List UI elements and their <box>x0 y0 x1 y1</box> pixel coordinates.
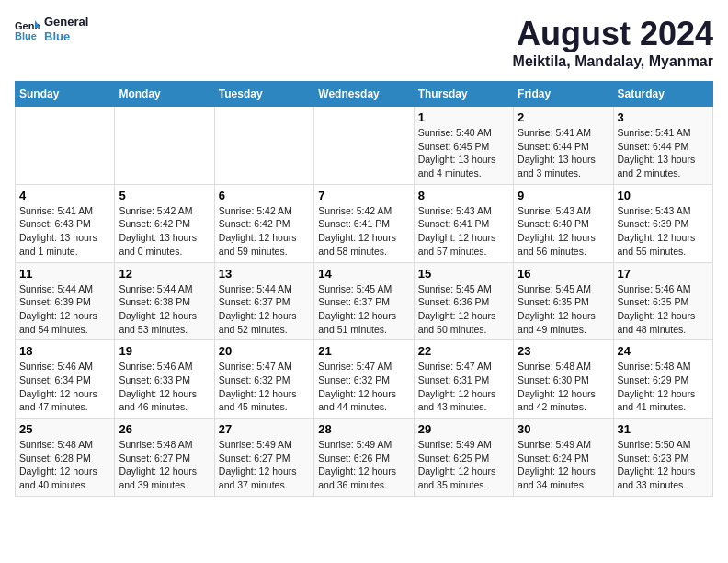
day-number: 12 <box>119 267 210 281</box>
day-number: 9 <box>518 189 609 202</box>
day-number: 11 <box>19 267 110 281</box>
calendar-cell: 27Sunrise: 5:49 AM Sunset: 6:27 PM Dayli… <box>214 419 313 497</box>
calendar-cell: 6Sunrise: 5:42 AM Sunset: 6:42 PM Daylig… <box>214 184 313 262</box>
day-info: Sunrise: 5:46 AM Sunset: 6:34 PM Dayligh… <box>19 360 110 414</box>
day-info: Sunrise: 5:43 AM Sunset: 6:39 PM Dayligh… <box>618 204 709 259</box>
logo: General Blue General Blue <box>15 15 88 43</box>
day-info: Sunrise: 5:40 AM Sunset: 6:45 PM Dayligh… <box>418 126 509 180</box>
calendar-cell: 15Sunrise: 5:45 AM Sunset: 6:36 PM Dayli… <box>414 262 513 340</box>
day-info: Sunrise: 5:48 AM Sunset: 6:28 PM Dayligh… <box>19 438 110 492</box>
week-row-1: 4Sunrise: 5:41 AM Sunset: 6:43 PM Daylig… <box>16 184 713 262</box>
calendar-subtitle: Meiktila, Mandalay, Myanmar <box>513 53 713 70</box>
calendar-header: SundayMondayTuesdayWednesdayThursdayFrid… <box>16 82 713 107</box>
day-info: Sunrise: 5:49 AM Sunset: 6:25 PM Dayligh… <box>418 438 509 492</box>
day-number: 14 <box>318 267 409 281</box>
title-area: August 2024 Meiktila, Mandalay, Myanmar <box>513 15 713 70</box>
week-row-2: 11Sunrise: 5:44 AM Sunset: 6:39 PM Dayli… <box>16 262 713 340</box>
calendar-cell: 4Sunrise: 5:41 AM Sunset: 6:43 PM Daylig… <box>16 184 115 262</box>
calendar-cell: 26Sunrise: 5:48 AM Sunset: 6:27 PM Dayli… <box>115 419 214 497</box>
calendar-cell: 12Sunrise: 5:44 AM Sunset: 6:38 PM Dayli… <box>115 262 214 340</box>
calendar-cell <box>16 107 115 185</box>
day-number: 31 <box>618 422 709 436</box>
calendar-cell: 13Sunrise: 5:44 AM Sunset: 6:37 PM Dayli… <box>214 262 313 340</box>
day-number: 17 <box>618 267 709 281</box>
calendar-cell: 10Sunrise: 5:43 AM Sunset: 6:39 PM Dayli… <box>613 184 712 262</box>
calendar-table: SundayMondayTuesdayWednesdayThursdayFrid… <box>15 81 713 497</box>
day-number: 5 <box>119 189 210 202</box>
day-info: Sunrise: 5:48 AM Sunset: 6:29 PM Dayligh… <box>618 360 709 414</box>
day-info: Sunrise: 5:41 AM Sunset: 6:43 PM Dayligh… <box>19 204 110 259</box>
day-info: Sunrise: 5:47 AM Sunset: 6:32 PM Dayligh… <box>219 360 310 414</box>
week-row-0: 1Sunrise: 5:40 AM Sunset: 6:45 PM Daylig… <box>16 107 713 185</box>
calendar-cell: 14Sunrise: 5:45 AM Sunset: 6:37 PM Dayli… <box>314 262 414 340</box>
day-info: Sunrise: 5:43 AM Sunset: 6:40 PM Dayligh… <box>518 204 609 259</box>
calendar-cell: 20Sunrise: 5:47 AM Sunset: 6:32 PM Dayli… <box>214 340 313 419</box>
day-number: 22 <box>418 344 509 358</box>
day-info: Sunrise: 5:44 AM Sunset: 6:38 PM Dayligh… <box>119 282 210 337</box>
day-number: 3 <box>618 110 709 124</box>
header: General Blue General Blue August 2024 Me… <box>15 15 713 70</box>
calendar-cell: 3Sunrise: 5:41 AM Sunset: 6:44 PM Daylig… <box>613 107 712 185</box>
calendar-cell: 2Sunrise: 5:41 AM Sunset: 6:44 PM Daylig… <box>514 107 613 185</box>
week-row-4: 25Sunrise: 5:48 AM Sunset: 6:28 PM Dayli… <box>16 419 713 497</box>
calendar-cell: 29Sunrise: 5:49 AM Sunset: 6:25 PM Dayli… <box>414 419 513 497</box>
calendar-cell: 11Sunrise: 5:44 AM Sunset: 6:39 PM Dayli… <box>16 262 115 340</box>
day-number: 27 <box>219 422 310 436</box>
day-number: 25 <box>19 422 110 436</box>
day-info: Sunrise: 5:49 AM Sunset: 6:27 PM Dayligh… <box>219 438 310 492</box>
header-sunday: Sunday <box>16 82 115 107</box>
day-number: 21 <box>318 344 409 358</box>
day-info: Sunrise: 5:48 AM Sunset: 6:27 PM Dayligh… <box>119 438 210 492</box>
logo-icon: General Blue <box>15 18 40 40</box>
header-friday: Friday <box>514 82 613 107</box>
day-number: 26 <box>119 422 210 436</box>
day-info: Sunrise: 5:41 AM Sunset: 6:44 PM Dayligh… <box>618 126 709 180</box>
day-number: 10 <box>618 189 709 202</box>
calendar-cell: 18Sunrise: 5:46 AM Sunset: 6:34 PM Dayli… <box>16 340 115 419</box>
day-number: 13 <box>219 267 310 281</box>
day-info: Sunrise: 5:42 AM Sunset: 6:42 PM Dayligh… <box>219 204 310 259</box>
day-number: 30 <box>518 422 609 436</box>
header-wednesday: Wednesday <box>314 82 414 107</box>
calendar-cell: 5Sunrise: 5:42 AM Sunset: 6:42 PM Daylig… <box>115 184 214 262</box>
day-number: 7 <box>318 189 409 202</box>
day-info: Sunrise: 5:50 AM Sunset: 6:23 PM Dayligh… <box>618 438 709 492</box>
day-info: Sunrise: 5:44 AM Sunset: 6:39 PM Dayligh… <box>19 282 110 337</box>
day-number: 15 <box>418 267 509 281</box>
day-number: 1 <box>418 110 509 124</box>
header-monday: Monday <box>115 82 214 107</box>
day-number: 24 <box>618 344 709 358</box>
calendar-cell: 25Sunrise: 5:48 AM Sunset: 6:28 PM Dayli… <box>16 419 115 497</box>
day-info: Sunrise: 5:49 AM Sunset: 6:24 PM Dayligh… <box>518 438 609 492</box>
day-info: Sunrise: 5:43 AM Sunset: 6:41 PM Dayligh… <box>418 204 509 259</box>
header-saturday: Saturday <box>613 82 712 107</box>
calendar-cell: 21Sunrise: 5:47 AM Sunset: 6:32 PM Dayli… <box>314 340 414 419</box>
day-info: Sunrise: 5:46 AM Sunset: 6:33 PM Dayligh… <box>119 360 210 414</box>
calendar-cell <box>214 107 313 185</box>
day-info: Sunrise: 5:45 AM Sunset: 6:35 PM Dayligh… <box>518 282 609 337</box>
calendar-cell: 1Sunrise: 5:40 AM Sunset: 6:45 PM Daylig… <box>414 107 513 185</box>
svg-text:Blue: Blue <box>15 30 37 40</box>
calendar-cell: 24Sunrise: 5:48 AM Sunset: 6:29 PM Dayli… <box>613 340 712 419</box>
week-row-3: 18Sunrise: 5:46 AM Sunset: 6:34 PM Dayli… <box>16 340 713 419</box>
logo-general: General <box>44 15 88 29</box>
day-number: 6 <box>219 189 310 202</box>
day-info: Sunrise: 5:45 AM Sunset: 6:36 PM Dayligh… <box>418 282 509 337</box>
day-info: Sunrise: 5:41 AM Sunset: 6:44 PM Dayligh… <box>518 126 609 180</box>
calendar-cell <box>115 107 214 185</box>
header-row: SundayMondayTuesdayWednesdayThursdayFrid… <box>16 82 713 107</box>
calendar-body: 1Sunrise: 5:40 AM Sunset: 6:45 PM Daylig… <box>16 107 713 497</box>
calendar-cell <box>314 107 414 185</box>
day-info: Sunrise: 5:49 AM Sunset: 6:26 PM Dayligh… <box>318 438 409 492</box>
calendar-cell: 17Sunrise: 5:46 AM Sunset: 6:35 PM Dayli… <box>613 262 712 340</box>
day-info: Sunrise: 5:46 AM Sunset: 6:35 PM Dayligh… <box>618 282 709 337</box>
day-number: 23 <box>518 344 609 358</box>
calendar-cell: 31Sunrise: 5:50 AM Sunset: 6:23 PM Dayli… <box>613 419 712 497</box>
day-info: Sunrise: 5:45 AM Sunset: 6:37 PM Dayligh… <box>318 282 409 337</box>
calendar-cell: 7Sunrise: 5:42 AM Sunset: 6:41 PM Daylig… <box>314 184 414 262</box>
day-info: Sunrise: 5:42 AM Sunset: 6:41 PM Dayligh… <box>318 204 409 259</box>
day-number: 18 <box>19 344 110 358</box>
calendar-cell: 16Sunrise: 5:45 AM Sunset: 6:35 PM Dayli… <box>514 262 613 340</box>
calendar-cell: 19Sunrise: 5:46 AM Sunset: 6:33 PM Dayli… <box>115 340 214 419</box>
header-tuesday: Tuesday <box>214 82 313 107</box>
